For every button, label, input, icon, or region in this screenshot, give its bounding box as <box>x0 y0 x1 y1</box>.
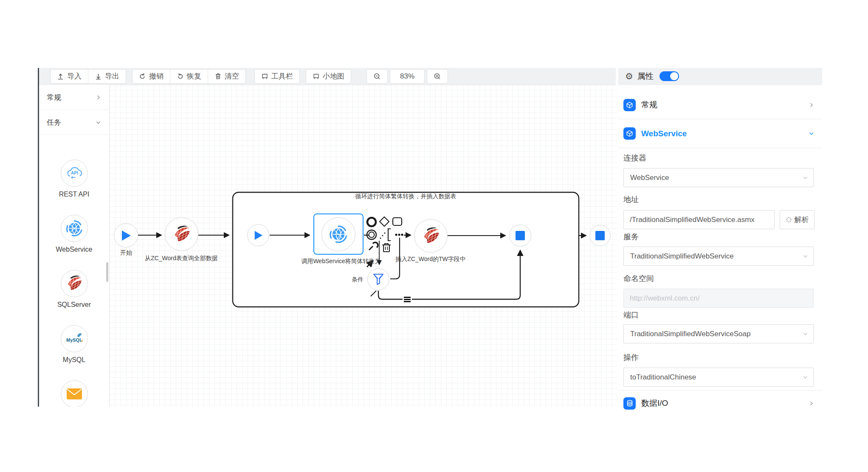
condition-node[interactable] <box>367 268 389 290</box>
connect-dots-icon <box>380 232 385 239</box>
diamond-shape-tool[interactable] <box>380 217 389 226</box>
section-row-webservice[interactable]: WebService <box>618 119 822 148</box>
service-select[interactable]: TraditionalSimplifiedWebService <box>623 247 814 266</box>
filter-icon <box>373 273 384 285</box>
operation-select[interactable]: toTraditionalChinese <box>623 368 814 387</box>
minimap-button[interactable]: 小地图 <box>306 70 351 83</box>
port-select[interactable]: TraditionalSimplifiedWebServiceSoap <box>623 324 814 343</box>
webservice-node-icon <box>328 224 349 244</box>
stop-icon <box>595 231 605 240</box>
stop-icon <box>516 231 525 240</box>
export-button[interactable]: 导出 <box>88 70 126 83</box>
mysql-icon: MySQL <box>61 325 88 352</box>
edge-label-marker <box>403 296 412 303</box>
address-input[interactable]: /TraditionalSimplifiedWebService.asmx <box>623 210 775 229</box>
cube-icon <box>623 127 636 140</box>
parse-button[interactable]: 解析 <box>780 210 814 229</box>
board-icon <box>261 73 268 80</box>
section-row-general[interactable]: 常规 <box>618 92 822 118</box>
properties-panel: 常规 WebService 连接器 WebService 地址 /Traditi… <box>618 85 822 407</box>
chevron-down-icon <box>803 254 808 258</box>
sql-insert-node[interactable] <box>414 219 448 253</box>
clear-button[interactable]: 清空 <box>208 70 245 83</box>
section-general-label: 常规 <box>641 99 809 110</box>
properties-toggle[interactable] <box>659 71 679 81</box>
start-node[interactable] <box>114 223 138 247</box>
sidebar-section-tasks[interactable]: 任务 <box>39 110 109 135</box>
port-value: TraditionalSimplifiedWebServiceSoap <box>630 330 750 338</box>
loop-end-node[interactable] <box>509 225 531 247</box>
redo-label: 恢复 <box>187 71 201 81</box>
undo-label: 撤销 <box>149 71 163 81</box>
rect-shape-tool[interactable] <box>393 218 402 225</box>
palette-item-rest-api[interactable]: API REST API <box>39 160 109 198</box>
loop-group-title: 循环进行简体繁体转换，并插入数据表 <box>294 193 517 200</box>
chevron-down-icon <box>803 332 808 336</box>
export-icon <box>95 73 102 80</box>
import-label: 导入 <box>67 71 82 81</box>
palette-item-sqlserver[interactable]: SQLServer <box>39 270 109 309</box>
sqlserver-label: SQLServer <box>57 301 91 309</box>
undo-icon <box>139 73 146 80</box>
node-palette-sidebar: 常规 任务 API REST API <box>39 85 110 407</box>
undo-button[interactable]: 撤销 <box>132 70 170 83</box>
sidebar-section-general[interactable]: 常规 <box>39 85 109 110</box>
database-icon <box>623 397 636 410</box>
properties-header: ⚙ 属性 <box>618 68 822 85</box>
namespace-placeholder: http://webxml.com.cn/ <box>630 294 699 303</box>
svg-text:MySQL: MySQL <box>66 337 82 343</box>
section-general-label: 常规 <box>47 93 61 102</box>
section-row-dataio[interactable]: 数据I/O <box>618 391 822 415</box>
sidebar-scrollbar[interactable] <box>106 262 108 282</box>
chevron-up-icon <box>809 131 814 136</box>
history-group: 撤销 恢复 清空 <box>132 69 246 84</box>
redo-button[interactable]: 恢复 <box>170 70 208 83</box>
service-value: TraditionalSimplifiedWebService <box>630 252 734 261</box>
palette-item-mysql[interactable]: MySQL MySQL <box>39 325 109 364</box>
zoom-out-button[interactable] <box>366 69 388 84</box>
mysql-label: MySQL <box>63 356 85 364</box>
condition-node-label: 条件 <box>339 276 364 284</box>
zoom-in-button[interactable] <box>427 69 448 84</box>
clear-label: 清空 <box>225 71 239 81</box>
rest-api-label: REST API <box>59 191 90 198</box>
canvas-toolbar: 导入 导出 撤销 恢复 清空 <box>39 68 616 85</box>
sql-query-node-label: 从ZC_Word表查询全部数据 <box>126 255 237 262</box>
section-webservice-label: WebService <box>641 129 809 138</box>
more-dots-icon[interactable] <box>395 233 403 236</box>
import-icon <box>57 73 64 80</box>
flow-canvas[interactable]: 循环进行简体繁体转换，并插入数据表 开始 从ZC_Word表查询全部数据 <box>110 85 617 407</box>
webservice-label: WebService <box>56 246 93 253</box>
zoom-level-display[interactable]: 83% <box>390 69 425 84</box>
wrench-icon[interactable] <box>369 242 378 250</box>
operation-field-label: 操作 <box>623 352 639 362</box>
palette-item-email[interactable] <box>39 380 109 407</box>
svg-text:API: API <box>71 171 78 175</box>
app-window: 导入 导出 撤销 恢复 清空 <box>0 0 868 472</box>
connector-value: WebService <box>630 174 669 182</box>
toolbar-toggle-button[interactable]: 工具栏 <box>255 70 299 83</box>
circle-shape-tool[interactable] <box>367 218 376 226</box>
cube-icon <box>623 99 636 111</box>
bracket-tool[interactable] <box>388 229 391 241</box>
section-dataio-label: 数据I/O <box>641 398 809 409</box>
import-export-group: 导入 导出 <box>50 69 126 84</box>
import-button[interactable]: 导入 <box>51 70 88 83</box>
webservice-node-circle <box>321 217 355 251</box>
outer-circle-tool[interactable] <box>367 230 376 239</box>
toolbar-toggle-label: 工具栏 <box>271 71 293 81</box>
sql-query-node[interactable] <box>165 217 198 251</box>
webservice-icon <box>61 215 88 242</box>
operation-value: toTraditionalChinese <box>630 373 696 382</box>
section-tasks-label: 任务 <box>47 118 61 127</box>
play-icon <box>121 230 131 241</box>
flow-end-node[interactable] <box>589 225 611 246</box>
sql-insert-node-label: 插入ZC_Word的TW字段中 <box>375 256 486 263</box>
play-icon <box>254 230 263 240</box>
palette-item-webservice[interactable]: WebService <box>39 215 109 253</box>
webservice-node-selected[interactable] <box>313 214 364 255</box>
sqlserver-node-icon <box>171 224 192 245</box>
connector-select[interactable]: WebService <box>623 168 814 187</box>
loop-start-node[interactable] <box>247 224 269 246</box>
trash-icon[interactable] <box>382 244 391 252</box>
